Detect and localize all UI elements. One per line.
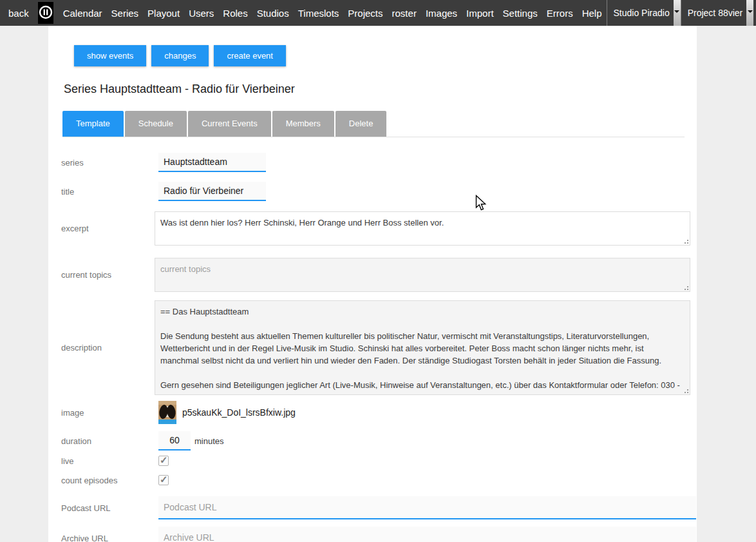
- nav-item-help[interactable]: Help: [578, 8, 607, 19]
- nav-item-series[interactable]: Series: [107, 8, 144, 19]
- nav-item-calendar[interactable]: Calendar: [59, 8, 107, 19]
- show-events-button[interactable]: show events: [74, 45, 146, 66]
- nav-item-users[interactable]: Users: [184, 8, 218, 19]
- navbar-right-group: Studio Piradio Project 88vier Logout mil…: [607, 0, 756, 26]
- duration-input[interactable]: [158, 431, 191, 450]
- studio-select[interactable]: Studio Piradio: [607, 0, 681, 26]
- title-field-row: title: [61, 182, 697, 201]
- title-label: title: [61, 187, 155, 197]
- nav-item-roster[interactable]: roster: [388, 8, 421, 19]
- project-select-value: Project 88vier: [681, 0, 747, 26]
- series-input[interactable]: [158, 153, 266, 172]
- create-event-button[interactable]: create event: [214, 45, 286, 66]
- logout-link[interactable]: Logout: [753, 8, 756, 19]
- nav-item-images[interactable]: Images: [421, 8, 462, 19]
- count-episodes-field-row: count episodes: [61, 475, 697, 485]
- duration-label: duration: [61, 436, 155, 446]
- pause-circle-icon: [38, 5, 53, 22]
- template-form: series title excerpt Was ist denn hier l…: [48, 153, 697, 542]
- archive-url-input[interactable]: [158, 527, 696, 542]
- series-toolbar: show events changes create event: [74, 45, 697, 66]
- series-label: series: [61, 158, 155, 168]
- nav-item-import[interactable]: Import: [462, 8, 498, 19]
- title-input[interactable]: [158, 182, 266, 201]
- nav-item-timeslots[interactable]: Timeslots: [294, 8, 344, 19]
- podcast-url-label: Podcast URL: [61, 503, 155, 513]
- series-image-thumbnail[interactable]: [158, 401, 176, 424]
- chevron-down-icon: [674, 0, 681, 26]
- series-tabs: Template Schedule Current Events Members…: [62, 111, 697, 137]
- description-field-row: description == Das Hauptstadtteam Die Se…: [61, 300, 697, 395]
- archive-url-label: Archive URL: [61, 534, 155, 542]
- back-link[interactable]: back: [0, 8, 33, 19]
- studio-select-value: Studio Piradio: [607, 0, 674, 26]
- top-navbar: back Calendar Series Playout Users Roles…: [0, 0, 756, 26]
- current-topics-field-row: current topics: [61, 258, 697, 292]
- image-field-row: image p5skauKk_DoI_lsrsBfxiw.jpg: [61, 401, 697, 424]
- description-textarea[interactable]: == Das Hauptstadtteam Die Sendung besteh…: [155, 300, 690, 395]
- live-label: live: [61, 456, 155, 466]
- excerpt-label: excerpt: [61, 224, 155, 233]
- content-card: show events changes create event Series …: [48, 26, 697, 542]
- tab-schedule[interactable]: Schedule: [125, 111, 187, 137]
- archive-url-field-row: Archive URL: [61, 527, 697, 542]
- nav-item-settings[interactable]: Settings: [498, 8, 542, 19]
- chevron-down-icon: [746, 0, 753, 26]
- page-title: Series Hauptstadtteam - Radio für Vierbe…: [64, 82, 697, 96]
- current-topics-label: current topics: [61, 270, 155, 280]
- excerpt-textarea[interactable]: Was ist denn hier los? Herr Schinski, He…: [155, 211, 690, 246]
- tab-template[interactable]: Template: [62, 111, 124, 137]
- image-filename: p5skauKk_DoI_lsrsBfxiw.jpg: [182, 407, 296, 418]
- image-label: image: [61, 408, 155, 418]
- count-episodes-label: count episodes: [61, 476, 155, 485]
- nav-item-playout[interactable]: Playout: [143, 8, 184, 19]
- live-checkbox[interactable]: [158, 456, 169, 466]
- tab-members[interactable]: Members: [272, 111, 334, 137]
- excerpt-field-row: excerpt Was ist denn hier los? Herr Schi…: [61, 211, 697, 246]
- current-topics-textarea[interactable]: [155, 258, 690, 292]
- nav-item-errors[interactable]: Errors: [542, 8, 578, 19]
- changes-button[interactable]: changes: [151, 45, 209, 66]
- nav-item-projects[interactable]: Projects: [343, 8, 387, 19]
- tabs-divider: [62, 137, 685, 137]
- nav-item-roles[interactable]: Roles: [218, 8, 252, 19]
- project-select[interactable]: Project 88vier: [681, 0, 754, 26]
- app-logo[interactable]: [38, 2, 53, 24]
- duration-field-row: duration minutes: [61, 431, 697, 450]
- count-episodes-checkbox[interactable]: [158, 475, 169, 485]
- tab-delete[interactable]: Delete: [335, 111, 387, 137]
- tab-current-events[interactable]: Current Events: [188, 111, 271, 137]
- podcast-url-field-row: Podcast URL: [61, 496, 697, 519]
- series-field-row: series: [61, 153, 697, 172]
- live-field-row: live: [61, 456, 697, 466]
- nav-item-studios[interactable]: Studios: [252, 8, 294, 19]
- description-label: description: [61, 343, 155, 353]
- podcast-url-input[interactable]: [158, 496, 696, 519]
- duration-unit: minutes: [194, 436, 224, 446]
